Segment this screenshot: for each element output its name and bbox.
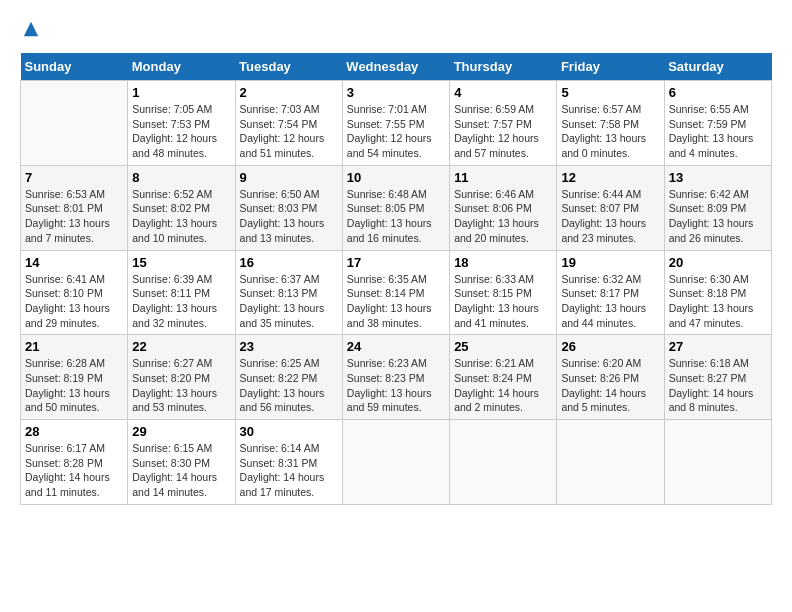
day-info: Sunrise: 6:35 AMSunset: 8:14 PMDaylight:… bbox=[347, 272, 445, 331]
day-number: 14 bbox=[25, 255, 123, 270]
day-info: Sunrise: 6:28 AMSunset: 8:19 PMDaylight:… bbox=[25, 356, 123, 415]
day-header: Wednesday bbox=[342, 53, 449, 81]
day-info: Sunrise: 6:14 AMSunset: 8:31 PMDaylight:… bbox=[240, 441, 338, 500]
day-number: 24 bbox=[347, 339, 445, 354]
day-number: 23 bbox=[240, 339, 338, 354]
day-number: 10 bbox=[347, 170, 445, 185]
day-header: Thursday bbox=[450, 53, 557, 81]
day-number: 2 bbox=[240, 85, 338, 100]
day-info: Sunrise: 6:18 AMSunset: 8:27 PMDaylight:… bbox=[669, 356, 767, 415]
calendar-cell: 29Sunrise: 6:15 AMSunset: 8:30 PMDayligh… bbox=[128, 420, 235, 505]
calendar-cell: 24Sunrise: 6:23 AMSunset: 8:23 PMDayligh… bbox=[342, 335, 449, 420]
day-number: 30 bbox=[240, 424, 338, 439]
day-info: Sunrise: 6:32 AMSunset: 8:17 PMDaylight:… bbox=[561, 272, 659, 331]
day-info: Sunrise: 6:46 AMSunset: 8:06 PMDaylight:… bbox=[454, 187, 552, 246]
day-info: Sunrise: 6:25 AMSunset: 8:22 PMDaylight:… bbox=[240, 356, 338, 415]
day-info: Sunrise: 7:03 AMSunset: 7:54 PMDaylight:… bbox=[240, 102, 338, 161]
day-number: 21 bbox=[25, 339, 123, 354]
day-info: Sunrise: 6:53 AMSunset: 8:01 PMDaylight:… bbox=[25, 187, 123, 246]
day-number: 3 bbox=[347, 85, 445, 100]
calendar-cell: 30Sunrise: 6:14 AMSunset: 8:31 PMDayligh… bbox=[235, 420, 342, 505]
day-number: 20 bbox=[669, 255, 767, 270]
day-number: 26 bbox=[561, 339, 659, 354]
svg-marker-0 bbox=[24, 22, 38, 36]
day-number: 18 bbox=[454, 255, 552, 270]
calendar-week: 1Sunrise: 7:05 AMSunset: 7:53 PMDaylight… bbox=[21, 81, 772, 166]
day-header: Sunday bbox=[21, 53, 128, 81]
day-number: 25 bbox=[454, 339, 552, 354]
day-header: Tuesday bbox=[235, 53, 342, 81]
day-number: 28 bbox=[25, 424, 123, 439]
day-header: Friday bbox=[557, 53, 664, 81]
day-info: Sunrise: 6:57 AMSunset: 7:58 PMDaylight:… bbox=[561, 102, 659, 161]
day-number: 5 bbox=[561, 85, 659, 100]
calendar-cell: 28Sunrise: 6:17 AMSunset: 8:28 PMDayligh… bbox=[21, 420, 128, 505]
day-number: 1 bbox=[132, 85, 230, 100]
calendar-cell: 4Sunrise: 6:59 AMSunset: 7:57 PMDaylight… bbox=[450, 81, 557, 166]
calendar-cell: 21Sunrise: 6:28 AMSunset: 8:19 PMDayligh… bbox=[21, 335, 128, 420]
calendar-cell: 25Sunrise: 6:21 AMSunset: 8:24 PMDayligh… bbox=[450, 335, 557, 420]
calendar-cell bbox=[557, 420, 664, 505]
day-number: 9 bbox=[240, 170, 338, 185]
calendar-cell: 18Sunrise: 6:33 AMSunset: 8:15 PMDayligh… bbox=[450, 250, 557, 335]
day-info: Sunrise: 6:59 AMSunset: 7:57 PMDaylight:… bbox=[454, 102, 552, 161]
calendar-cell: 12Sunrise: 6:44 AMSunset: 8:07 PMDayligh… bbox=[557, 165, 664, 250]
logo-icon bbox=[22, 20, 40, 38]
day-number: 27 bbox=[669, 339, 767, 354]
calendar-cell: 14Sunrise: 6:41 AMSunset: 8:10 PMDayligh… bbox=[21, 250, 128, 335]
day-number: 6 bbox=[669, 85, 767, 100]
calendar-cell: 23Sunrise: 6:25 AMSunset: 8:22 PMDayligh… bbox=[235, 335, 342, 420]
calendar-cell: 22Sunrise: 6:27 AMSunset: 8:20 PMDayligh… bbox=[128, 335, 235, 420]
day-info: Sunrise: 6:21 AMSunset: 8:24 PMDaylight:… bbox=[454, 356, 552, 415]
calendar-cell: 17Sunrise: 6:35 AMSunset: 8:14 PMDayligh… bbox=[342, 250, 449, 335]
calendar-cell: 11Sunrise: 6:46 AMSunset: 8:06 PMDayligh… bbox=[450, 165, 557, 250]
day-number: 29 bbox=[132, 424, 230, 439]
day-number: 17 bbox=[347, 255, 445, 270]
day-number: 19 bbox=[561, 255, 659, 270]
calendar-cell: 26Sunrise: 6:20 AMSunset: 8:26 PMDayligh… bbox=[557, 335, 664, 420]
day-info: Sunrise: 6:23 AMSunset: 8:23 PMDaylight:… bbox=[347, 356, 445, 415]
calendar-cell: 5Sunrise: 6:57 AMSunset: 7:58 PMDaylight… bbox=[557, 81, 664, 166]
day-info: Sunrise: 6:39 AMSunset: 8:11 PMDaylight:… bbox=[132, 272, 230, 331]
calendar-cell: 15Sunrise: 6:39 AMSunset: 8:11 PMDayligh… bbox=[128, 250, 235, 335]
day-info: Sunrise: 6:27 AMSunset: 8:20 PMDaylight:… bbox=[132, 356, 230, 415]
day-number: 12 bbox=[561, 170, 659, 185]
calendar-week: 28Sunrise: 6:17 AMSunset: 8:28 PMDayligh… bbox=[21, 420, 772, 505]
day-info: Sunrise: 6:37 AMSunset: 8:13 PMDaylight:… bbox=[240, 272, 338, 331]
day-info: Sunrise: 6:48 AMSunset: 8:05 PMDaylight:… bbox=[347, 187, 445, 246]
calendar-cell bbox=[342, 420, 449, 505]
calendar-cell: 3Sunrise: 7:01 AMSunset: 7:55 PMDaylight… bbox=[342, 81, 449, 166]
header-row: SundayMondayTuesdayWednesdayThursdayFrid… bbox=[21, 53, 772, 81]
calendar-cell: 7Sunrise: 6:53 AMSunset: 8:01 PMDaylight… bbox=[21, 165, 128, 250]
calendar-cell: 2Sunrise: 7:03 AMSunset: 7:54 PMDaylight… bbox=[235, 81, 342, 166]
calendar-cell: 16Sunrise: 6:37 AMSunset: 8:13 PMDayligh… bbox=[235, 250, 342, 335]
day-info: Sunrise: 7:01 AMSunset: 7:55 PMDaylight:… bbox=[347, 102, 445, 161]
day-info: Sunrise: 6:44 AMSunset: 8:07 PMDaylight:… bbox=[561, 187, 659, 246]
calendar-cell bbox=[664, 420, 771, 505]
day-header: Monday bbox=[128, 53, 235, 81]
day-info: Sunrise: 6:20 AMSunset: 8:26 PMDaylight:… bbox=[561, 356, 659, 415]
day-number: 8 bbox=[132, 170, 230, 185]
day-info: Sunrise: 6:52 AMSunset: 8:02 PMDaylight:… bbox=[132, 187, 230, 246]
logo bbox=[20, 20, 40, 43]
calendar-cell: 10Sunrise: 6:48 AMSunset: 8:05 PMDayligh… bbox=[342, 165, 449, 250]
day-number: 15 bbox=[132, 255, 230, 270]
calendar-cell: 19Sunrise: 6:32 AMSunset: 8:17 PMDayligh… bbox=[557, 250, 664, 335]
day-info: Sunrise: 7:05 AMSunset: 7:53 PMDaylight:… bbox=[132, 102, 230, 161]
day-info: Sunrise: 6:17 AMSunset: 8:28 PMDaylight:… bbox=[25, 441, 123, 500]
calendar-cell: 6Sunrise: 6:55 AMSunset: 7:59 PMDaylight… bbox=[664, 81, 771, 166]
calendar-cell bbox=[450, 420, 557, 505]
calendar-cell: 9Sunrise: 6:50 AMSunset: 8:03 PMDaylight… bbox=[235, 165, 342, 250]
day-number: 13 bbox=[669, 170, 767, 185]
day-info: Sunrise: 6:50 AMSunset: 8:03 PMDaylight:… bbox=[240, 187, 338, 246]
page-header bbox=[20, 20, 772, 43]
calendar-body: 1Sunrise: 7:05 AMSunset: 7:53 PMDaylight… bbox=[21, 81, 772, 505]
calendar-table: SundayMondayTuesdayWednesdayThursdayFrid… bbox=[20, 53, 772, 505]
day-info: Sunrise: 6:55 AMSunset: 7:59 PMDaylight:… bbox=[669, 102, 767, 161]
day-info: Sunrise: 6:33 AMSunset: 8:15 PMDaylight:… bbox=[454, 272, 552, 331]
calendar-cell: 1Sunrise: 7:05 AMSunset: 7:53 PMDaylight… bbox=[128, 81, 235, 166]
day-header: Saturday bbox=[664, 53, 771, 81]
calendar-cell: 20Sunrise: 6:30 AMSunset: 8:18 PMDayligh… bbox=[664, 250, 771, 335]
calendar-week: 7Sunrise: 6:53 AMSunset: 8:01 PMDaylight… bbox=[21, 165, 772, 250]
day-number: 16 bbox=[240, 255, 338, 270]
